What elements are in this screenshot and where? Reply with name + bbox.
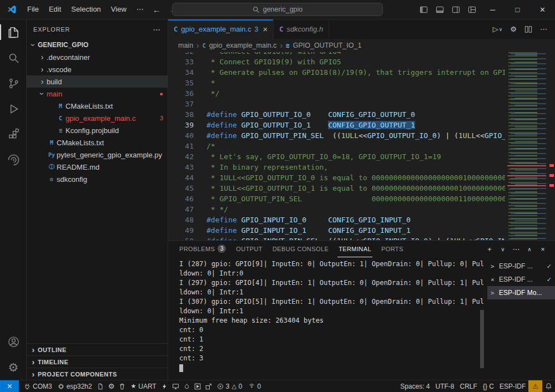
menu-file[interactable]: File: [22, 3, 44, 16]
command-center-search[interactable]: generic_gpio: [172, 3, 383, 16]
close-icon[interactable]: ✕: [530, 0, 555, 19]
explorer-more-icon[interactable]: ⋯: [153, 25, 161, 34]
toggle-sidebar-icon[interactable]: [416, 0, 432, 19]
run-file-icon[interactable]: ▷∨: [493, 25, 503, 33]
terminal-profile-chevron-icon[interactable]: ∨: [496, 246, 509, 252]
terminal-list-item[interactable]: >ESP-IDF ...✓: [487, 259, 555, 273]
new-terminal-icon[interactable]: +: [483, 245, 496, 253]
extensions-icon[interactable]: [0, 121, 27, 147]
run-debug-icon[interactable]: [0, 96, 27, 121]
customize-layout-icon[interactable]: [464, 0, 480, 19]
terminal-output[interactable]: I (287) gpio: GPIO[9]| InputEn: 0| Outpu…: [168, 259, 486, 380]
chevron-right-icon: ›: [29, 358, 38, 366]
terminal-line: I (307) gpio: GPIO[5]| InputEn: 1| Outpu…: [179, 297, 486, 307]
menu-selection[interactable]: Selection: [66, 3, 105, 16]
build-flash-monitor-flame-icon[interactable]: [181, 380, 192, 392]
breadcrumb-file[interactable]: gpio_example_main.c: [209, 42, 277, 49]
terminal-scrollbar[interactable]: [480, 310, 484, 368]
monitor-icon[interactable]: [170, 380, 181, 392]
tree-item[interactable]: ›.vscode: [27, 63, 168, 75]
section-timeline[interactable]: ›TIMELINE: [27, 355, 168, 368]
tab-close-icon[interactable]: ×: [263, 24, 268, 34]
flash-bolt-icon[interactable]: [159, 380, 170, 392]
forwarded-ports-item[interactable]: 0: [245, 380, 264, 392]
tab-bar: C gpio_example_main.c 3 × C sdkconfig.h …: [168, 19, 555, 39]
breadcrumb-folder[interactable]: main: [178, 42, 193, 49]
tree-item[interactable]: ⚙sdkconfig: [27, 173, 168, 185]
menu-more-icon[interactable]: ⋯: [132, 3, 149, 16]
split-editor-icon[interactable]: [524, 26, 532, 33]
tree-item[interactable]: Pypytest_generic_gpio_example.py: [27, 149, 168, 161]
tree-item[interactable]: ›GENERIC_GPIO: [27, 39, 168, 51]
back-icon[interactable]: ←: [153, 5, 161, 14]
panel-tab-problems[interactable]: PROBLEMS3: [178, 241, 227, 257]
panel-tab-debug-console[interactable]: DEBUG CONSOLE: [271, 241, 330, 257]
maximize-icon[interactable]: □: [505, 0, 530, 19]
problems-item[interactable]: 3 △ 0: [214, 380, 245, 392]
panel-tab-output[interactable]: OUTPUT: [235, 241, 264, 257]
tree-item[interactable]: MCMakeLists.txt: [27, 100, 168, 112]
tab-problems-badge: 3: [255, 26, 259, 33]
tree-item[interactable]: ›.devcontainer: [27, 51, 168, 63]
code-line: 45 * 1ULL<<GPIO_OUTPUT_IO_1 is equal to …: [168, 183, 505, 194]
settings-gear-icon[interactable]: ⚙: [0, 354, 27, 380]
menu-view[interactable]: View: [106, 3, 132, 16]
flash-bin-icon[interactable]: [95, 380, 106, 392]
code-line: 35 *: [168, 78, 505, 88]
notifications-bell-icon[interactable]: [542, 380, 555, 392]
full-clean-trash-icon[interactable]: [117, 380, 128, 392]
tree-item[interactable]: ›build: [27, 75, 168, 88]
terminal-list-item[interactable]: ×ESP-IDF ...✓: [487, 273, 555, 286]
tree-item[interactable]: ≡Kconfig.projbuild: [27, 124, 168, 136]
close-panel-icon[interactable]: ×: [536, 245, 549, 253]
section-project-components[interactable]: ›PROJECT COMPONENTS: [27, 368, 168, 380]
panel-tab-ports[interactable]: PORTS: [380, 241, 405, 257]
encoding-item[interactable]: UTF-8: [433, 380, 457, 392]
accounts-icon[interactable]: [0, 329, 27, 354]
tree-item[interactable]: MCMakeLists.txt: [27, 136, 168, 149]
minimize-icon[interactable]: ─: [480, 0, 505, 19]
flash-method-item[interactable]: ★ UART: [128, 380, 159, 392]
explorer-icon[interactable]: [0, 19, 27, 45]
code-line: 38#define GPIO_OUTPUT_IO_0 CONFIG_GPIO_O…: [168, 109, 505, 120]
language-mode-item[interactable]: {} C: [480, 380, 497, 392]
file-icon: Py: [47, 152, 57, 158]
warning-triangle-icon: △: [231, 383, 236, 390]
maximize-panel-icon[interactable]: ∧: [523, 246, 536, 252]
espidf-warning-item[interactable]: ⚠: [528, 380, 542, 392]
minimap-error-mark: [507, 175, 546, 176]
espidf-version-item[interactable]: ESP-IDF: [497, 380, 528, 392]
menu-edit[interactable]: Edit: [44, 3, 66, 16]
eol-item[interactable]: CRLF: [457, 380, 480, 392]
file-icon: M: [47, 140, 57, 146]
esp-idf-icon[interactable]: [0, 147, 27, 172]
code-editor[interactable]: 32 * Connect GPIO18(8) with GPIO433 * Co…: [168, 52, 505, 240]
toggle-panel-icon[interactable]: [432, 0, 448, 19]
remote-indicator[interactable]: [0, 380, 19, 392]
tree-item[interactable]: ⓘREADME.md: [27, 161, 168, 173]
device-target-item[interactable]: esp32h2: [55, 380, 95, 392]
tab-sdkconfig-h[interactable]: C sdkconfig.h: [274, 19, 329, 39]
toggle-secondary-sidebar-icon[interactable]: [448, 0, 464, 19]
panel-more-icon[interactable]: ⋯: [509, 245, 523, 253]
indentation-item[interactable]: Spaces: 4: [397, 380, 432, 392]
tab-gpio-example-main[interactable]: C gpio_example_main.c 3 ×: [168, 19, 274, 39]
breadcrumb-symbol[interactable]: GPIO_OUTPUT_IO_1: [293, 42, 362, 49]
line-number: 49: [168, 225, 194, 236]
editor-settings-gear-icon[interactable]: ⚙: [510, 25, 517, 33]
tree-item[interactable]: Cgpio_example_main.c3: [27, 112, 168, 124]
debug-play-icon[interactable]: [192, 380, 203, 392]
export-icon[interactable]: [203, 380, 214, 392]
tree-item[interactable]: ›main●: [27, 88, 168, 100]
serial-port-item[interactable]: COM3: [21, 380, 55, 392]
panel-tab-terminal[interactable]: TERMINAL: [337, 241, 372, 257]
terminal-list-item[interactable]: >ESP-IDF Mo...: [487, 286, 555, 299]
code-line: 36 */: [168, 88, 505, 99]
search-icon[interactable]: [0, 45, 27, 70]
section-outline[interactable]: ›OUTLINE: [27, 343, 168, 355]
source-control-icon[interactable]: [0, 70, 27, 96]
editor-more-icon[interactable]: ⋯: [540, 25, 547, 33]
minimap[interactable]: [505, 52, 548, 240]
menuconfig-gear-icon[interactable]: ⚙: [106, 380, 117, 392]
chip-icon: [58, 383, 64, 390]
